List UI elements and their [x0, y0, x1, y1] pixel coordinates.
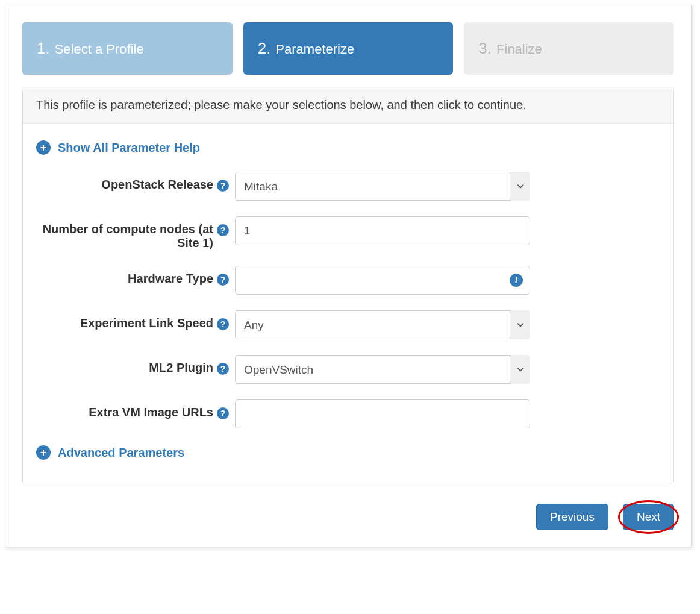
label-link-speed: Experiment Link Speed — [80, 316, 213, 330]
input-compute-nodes[interactable] — [235, 216, 530, 245]
step-label: Select a Profile — [55, 42, 144, 57]
select-link-speed[interactable]: Any — [235, 310, 530, 339]
plus-icon: + — [36, 445, 51, 460]
advanced-parameters-toggle[interactable]: + Advanced Parameters — [36, 445, 660, 460]
step-finalize: 3. Finalize — [464, 22, 674, 75]
help-icon[interactable]: ? — [217, 318, 229, 330]
help-icon[interactable]: ? — [217, 274, 229, 286]
step-parameterize[interactable]: 2. Parameterize — [243, 22, 454, 75]
next-button-highlight: Next — [623, 504, 674, 530]
row-hardware-type: Hardware Type ? i — [36, 266, 660, 295]
step-select-profile[interactable]: 1. Select a Profile — [22, 22, 233, 75]
input-hardware-type[interactable] — [235, 266, 530, 295]
select-openstack-release[interactable]: Mitaka — [235, 172, 530, 201]
row-ml2-plugin: ML2 Plugin ? OpenVSwitch — [36, 355, 660, 384]
row-openstack-release: OpenStack Release ? Mitaka — [36, 172, 660, 201]
select-ml2-plugin[interactable]: OpenVSwitch — [235, 355, 530, 384]
label-compute-nodes: Number of compute nodes (at Site 1) — [36, 222, 213, 250]
step-number: 2. — [258, 39, 271, 58]
label-openstack-release: OpenStack Release — [101, 178, 213, 192]
step-number: 3. — [478, 39, 492, 58]
plus-icon: + — [36, 140, 51, 155]
help-icon[interactable]: ? — [217, 407, 229, 419]
show-all-help-label: Show All Parameter Help — [58, 141, 200, 155]
panel-instruction: This profile is parameterized; please ma… — [23, 87, 673, 124]
panel-body: + Show All Parameter Help OpenStack Rele… — [23, 124, 673, 484]
wizard-container: 1. Select a Profile 2. Parameterize 3. F… — [5, 5, 692, 548]
help-icon[interactable]: ? — [217, 224, 229, 236]
label-extra-vm-urls: Extra VM Image URLs — [89, 406, 213, 419]
wizard-steps: 1. Select a Profile 2. Parameterize 3. F… — [22, 22, 674, 75]
input-extra-vm-urls[interactable] — [235, 399, 530, 428]
row-link-speed: Experiment Link Speed ? Any — [36, 310, 660, 339]
step-label: Parameterize — [275, 42, 354, 57]
step-label: Finalize — [496, 42, 542, 57]
parameter-panel: This profile is parameterized; please ma… — [22, 87, 674, 484]
wizard-footer: Previous Next — [22, 504, 674, 530]
row-compute-nodes: Number of compute nodes (at Site 1) ? — [36, 216, 660, 250]
show-all-help-toggle[interactable]: + Show All Parameter Help — [36, 140, 660, 155]
advanced-parameters-label: Advanced Parameters — [58, 446, 184, 460]
next-button[interactable]: Next — [623, 504, 674, 530]
help-icon[interactable]: ? — [217, 180, 229, 192]
row-extra-vm-urls: Extra VM Image URLs ? — [36, 399, 660, 428]
step-number: 1. — [37, 39, 50, 58]
label-ml2-plugin: ML2 Plugin — [149, 361, 213, 375]
help-icon[interactable]: ? — [217, 363, 229, 375]
label-hardware-type: Hardware Type — [128, 272, 213, 286]
info-icon[interactable]: i — [510, 274, 523, 287]
previous-button[interactable]: Previous — [536, 504, 608, 530]
